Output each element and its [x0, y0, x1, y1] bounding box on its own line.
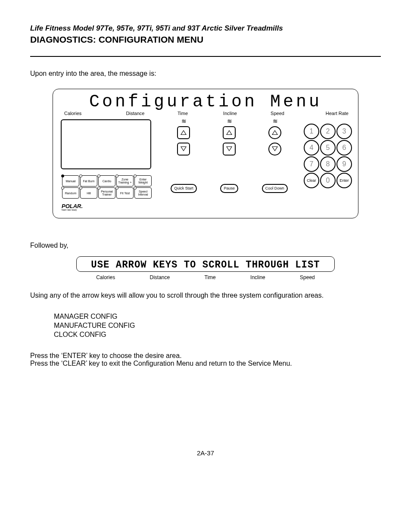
followed-by-text: Followed by,	[30, 242, 381, 249]
cool-down-button[interactable]: Cool Down	[262, 184, 288, 193]
time-controls: ≋ Quick Start	[171, 120, 197, 211]
config-clock: CLOCK CONFIG	[54, 330, 381, 339]
waves-icon: ≋	[273, 120, 277, 123]
intro-text: Upon entry into the area, the message is…	[30, 70, 381, 78]
press-enter-text: Press the ‘ENTER’ key to choose the desi…	[30, 352, 381, 360]
lcd-message: USE ARROW KEYS TO SCROLL THROUGH LIST	[82, 259, 329, 271]
console-diagram: Configuration Menu Calories Distance Tim…	[53, 89, 358, 218]
key-2[interactable]: 2	[320, 124, 336, 139]
console-left-cluster: Manual Fat Burn Cardio Zone Training + E…	[59, 118, 155, 211]
key-clear[interactable]: Clear	[304, 173, 319, 188]
console-column-labels: Calories Distance Time Incline Speed Hea…	[59, 111, 352, 116]
label-incline: Incline	[206, 111, 254, 116]
console-display: Configuration Menu	[59, 93, 352, 111]
waves-icon: ≋	[227, 120, 231, 123]
label-time: Time	[159, 111, 206, 116]
program-hill[interactable]: Hill	[80, 187, 97, 199]
program-fat-burn[interactable]: Fat Burn	[80, 175, 97, 187]
speed-down-button[interactable]	[268, 143, 281, 156]
label-distance: Distance	[112, 111, 159, 116]
program-personal-trainer[interactable]: Personal Trainer	[98, 187, 115, 199]
scroll-instructions: Using any of the arrow keys will allow y…	[30, 292, 381, 299]
page-number: 2A-37	[30, 449, 381, 457]
program-zone-training[interactable]: Zone Training +	[116, 175, 134, 187]
waves-icon: ≋	[181, 120, 186, 123]
lcd-label-time: Time	[205, 274, 216, 280]
quick-start-button[interactable]: Quick Start	[171, 184, 197, 193]
incline-controls: ≋ Pause	[220, 120, 238, 211]
program-speed-interval[interactable]: Speed Interval	[134, 187, 152, 199]
key-7[interactable]: 7	[304, 156, 319, 172]
press-clear-text: Press the ‘CLEAR’ key to exit the Config…	[30, 360, 381, 367]
program-fit-test[interactable]: Fit Test	[116, 187, 134, 199]
model-line: Life Fitness Model 97Te, 95Te, 97Ti, 95T…	[30, 24, 381, 33]
time-up-button[interactable]	[177, 126, 190, 139]
config-manufacture: MANUFACTURE CONFIG	[54, 321, 381, 330]
label-speed: Speed	[254, 111, 301, 116]
polar-logo: POLAR. heart rate ready	[62, 203, 155, 211]
key-4[interactable]: 4	[304, 140, 319, 156]
config-manager: MANAGER CONFIG	[54, 312, 381, 321]
key-3[interactable]: 3	[336, 124, 352, 139]
key-9[interactable]: 9	[336, 156, 352, 172]
key-0[interactable]: 0	[320, 173, 336, 188]
lcd-label-speed: Speed	[300, 274, 315, 280]
key-8[interactable]: 8	[320, 156, 336, 172]
lcd-strip: USE ARROW KEYS TO SCROLL THROUGH LIST Ca…	[76, 256, 335, 280]
key-1[interactable]: 1	[304, 124, 319, 139]
speed-up-button[interactable]	[268, 126, 281, 139]
numeric-keypad: 1 2 3 4 5 6 7 8 9 Clear 0 Enter	[304, 124, 352, 211]
label-heart-rate: Heart Rate	[301, 111, 350, 116]
incline-down-button[interactable]	[223, 143, 236, 156]
program-random[interactable]: Random	[62, 187, 79, 199]
lcd-screen-box	[61, 119, 151, 169]
key-6[interactable]: 6	[336, 140, 352, 156]
pause-button[interactable]: Pause	[220, 184, 238, 193]
speed-controls: ≋ Cool Down	[262, 120, 288, 211]
label-calories: Calories	[64, 111, 112, 116]
divider	[30, 56, 381, 57]
program-enter-weight[interactable]: Enter Weight	[134, 175, 152, 187]
lcd-label-distance: Distance	[150, 274, 170, 280]
program-button-grid: Manual Fat Burn Cardio Zone Training + E…	[59, 175, 155, 199]
key-5[interactable]: 5	[320, 140, 336, 156]
lcd-label-incline: Incline	[250, 274, 265, 280]
time-down-button[interactable]	[177, 143, 190, 156]
key-enter[interactable]: Enter	[336, 173, 352, 188]
program-cardio[interactable]: Cardio	[98, 175, 115, 187]
lcd-label-calories: Calories	[96, 274, 115, 280]
program-manual[interactable]: Manual	[62, 175, 79, 187]
section-title: DIAGNOSTICS: CONFIGURATION MENU	[30, 34, 381, 45]
incline-up-button[interactable]	[223, 126, 236, 139]
config-areas-list: MANAGER CONFIG MANUFACTURE CONFIG CLOCK …	[54, 312, 381, 339]
